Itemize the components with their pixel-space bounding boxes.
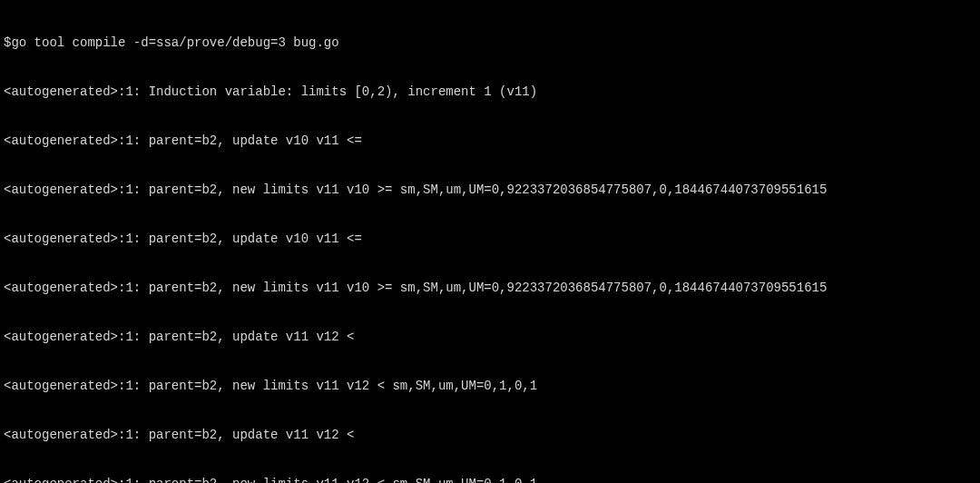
output-line: <autogenerated>:1: parent=b2, update v10… — [4, 231, 976, 247]
command-line: $go tool compile -d=ssa/prove/debug=3 bu… — [4, 34, 976, 51]
output-line: <autogenerated>:1: parent=b2, new limits… — [4, 280, 976, 296]
output-line: <autogenerated>:1: parent=b2, new limits… — [4, 476, 976, 483]
output-line: <autogenerated>:1: parent=b2, update v11… — [4, 427, 976, 443]
output-line: <autogenerated>:1: parent=b2, new limits… — [4, 378, 976, 394]
output-line: <autogenerated>:1: parent=b2, update v10… — [4, 133, 976, 149]
output-line: <autogenerated>:1: parent=b2, update v11… — [4, 329, 976, 345]
terminal-output[interactable]: $go tool compile -d=ssa/prove/debug=3 bu… — [0, 0, 980, 483]
output-line: <autogenerated>:1: parent=b2, new limits… — [4, 182, 976, 198]
output-line: <autogenerated>:1: Induction variable: l… — [4, 84, 976, 100]
